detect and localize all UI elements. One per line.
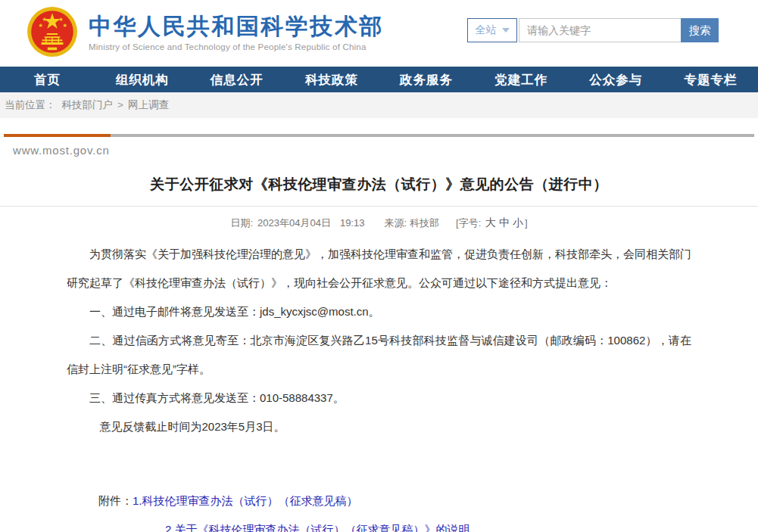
- site-url: www.most.gov.cn: [0, 137, 758, 157]
- nav-item-public-participation[interactable]: 公众参与: [569, 67, 663, 92]
- fontsize-small-link[interactable]: 小: [513, 216, 523, 229]
- nav-item-info-disclosure[interactable]: 信息公开: [189, 67, 284, 92]
- article: 关于公开征求对《科技伦理审查办法（试行）》意见的公告（进行中） 日期:2023年…: [0, 175, 758, 532]
- fontsize-medium-link[interactable]: 中: [499, 216, 510, 229]
- breadcrumb: 当前位置：科技部门户>网上调查: [0, 92, 758, 118]
- nav-item-government-services[interactable]: 政务服务: [379, 67, 474, 92]
- search-scope-value: 全站: [476, 23, 497, 37]
- attachment-row: 2.关于《科技伦理审查办法（试行）（征求意见稿）》的说明: [165, 515, 691, 532]
- article-title: 关于公开征求对《科技伦理审查办法（试行）》意见的公告（进行中）: [67, 175, 691, 194]
- site-title: 中华人民共和国科学技术部: [89, 13, 384, 40]
- article-meta: 日期:2023年04月04日19:13来源:科技部[字号: 大中小]: [67, 207, 691, 240]
- nav-item-special-topics[interactable]: 专题专栏: [663, 67, 758, 92]
- paragraph-deadline: 意见反馈截止时间为2023年5月3日。: [67, 412, 691, 441]
- search-button[interactable]: 搜索: [681, 18, 719, 42]
- fontsize-large-link[interactable]: 大: [485, 216, 496, 229]
- search-scope-select[interactable]: 全站: [467, 18, 517, 42]
- search-input[interactable]: [519, 18, 681, 42]
- svg-text:★: ★: [38, 22, 42, 29]
- breadcrumb-current-link[interactable]: 网上调查: [128, 99, 169, 110]
- attachments: 附件：1.科技伦理审查办法（试行）（征求意见稿） 2.关于《科技伦理审查办法（试…: [67, 487, 691, 532]
- nav-item-sci-tech-policy[interactable]: 科技政策: [284, 67, 379, 92]
- nav-item-party-building[interactable]: 党建工作: [474, 67, 569, 92]
- meta-source-value: 科技部: [410, 217, 439, 229]
- breadcrumb-label: 当前位置：: [5, 99, 56, 110]
- divider-bar: [4, 134, 754, 137]
- attachments-label: 附件：: [98, 494, 133, 507]
- site-search: 全站 搜索: [467, 18, 719, 42]
- national-emblem-icon: ★ ★ ★ ★: [27, 6, 78, 58]
- site-subtitle: Ministry of Science and Technology of th…: [89, 42, 384, 51]
- nav-item-home[interactable]: 首页: [0, 67, 95, 92]
- attachment-link-2[interactable]: 2.关于《科技伦理审查办法（试行）（征求意见稿）》的说明: [165, 523, 470, 532]
- svg-text:★: ★: [62, 22, 67, 29]
- meta-time-value: 19:13: [340, 217, 365, 229]
- breadcrumb-separator: >: [117, 99, 123, 110]
- attachment-row: 附件：1.科技伦理审查办法（试行）（征求意见稿）: [98, 487, 691, 515]
- meta-fontsize-end: ]: [525, 217, 528, 229]
- main-nav: 首页 组织机构 信息公开 科技政策 政务服务 党建工作 公众参与 专题专栏: [0, 67, 758, 92]
- paragraph-email: 一、通过电子邮件将意见发送至：jds_kycxjsc@most.cn。: [67, 297, 691, 326]
- paragraph-mail: 二、通过信函方式将意见寄至：北京市海淀区复兴路乙15号科技部科技监督与诚信建设司…: [67, 326, 691, 384]
- paragraph-intro: 为贯彻落实《关于加强科技伦理治理的意见》，加强科技伦理审查和监管，促进负责任创新…: [67, 240, 691, 297]
- attachment-link-1[interactable]: 1.科技伦理审查办法（试行）（征求意见稿）: [133, 494, 358, 507]
- meta-source-label: 来源:: [384, 217, 407, 229]
- site-title-block: 中华人民共和国科学技术部 Ministry of Science and Tec…: [89, 13, 384, 51]
- nav-item-organization[interactable]: 组织机构: [95, 67, 189, 92]
- site-header: ★ ★ ★ ★ 中华人民共和国科学技术部 Ministry of Science…: [0, 0, 758, 67]
- chevron-down-icon: [502, 28, 510, 33]
- meta-date-value: 2023年04月04日: [257, 217, 331, 229]
- site-logo[interactable]: ★ ★ ★ ★ 中华人民共和国科学技术部 Ministry of Science…: [27, 6, 384, 58]
- paragraph-fax: 三、通过传真方式将意见发送至：010-58884337。: [67, 384, 691, 412]
- divider-accent: [4, 134, 111, 137]
- meta-date-label: 日期:: [230, 217, 253, 229]
- breadcrumb-portal-link[interactable]: 科技部门户: [62, 99, 114, 110]
- meta-fontsize-label: [字号:: [456, 217, 481, 229]
